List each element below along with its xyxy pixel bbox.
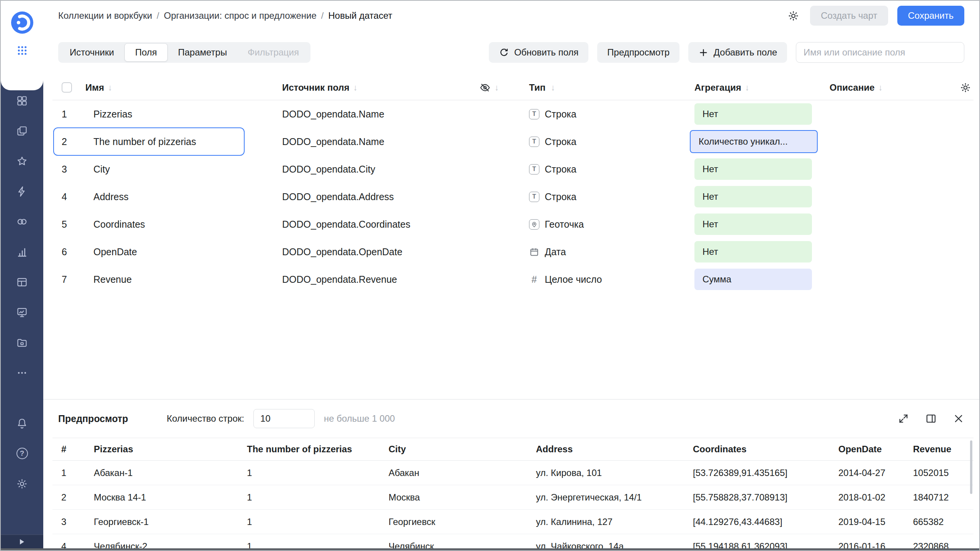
- field-row: 6 OpenDate DODO_opendata.OpenDate Дата Н…: [52, 238, 973, 266]
- sidebar-expand-button[interactable]: [1, 535, 43, 548]
- refresh-icon: [499, 47, 509, 58]
- breadcrumb-separator: /: [321, 10, 324, 21]
- dashboards-monitor-icon[interactable]: [13, 303, 31, 321]
- field-type[interactable]: TСтрока: [521, 109, 690, 120]
- aggregation-select[interactable]: Нет: [694, 158, 812, 180]
- sort-icon[interactable]: ↓: [879, 83, 883, 93]
- dataset-tabs: Источники Поля Параметры Фильтрация: [58, 42, 310, 63]
- toolbar: Источники Поля Параметры Фильтрация Обно…: [43, 42, 979, 63]
- notifications-bell-icon[interactable]: [13, 414, 31, 432]
- aggregation-select[interactable]: Сумма: [694, 269, 812, 290]
- sort-icon[interactable]: ↓: [108, 83, 112, 93]
- column-header-source[interactable]: Источник поля↓: [278, 82, 475, 93]
- tab-parameters[interactable]: Параметры: [168, 43, 237, 62]
- preview-scrollbar[interactable]: [970, 440, 972, 494]
- preview-button[interactable]: Предпросмотр: [597, 42, 679, 63]
- field-type[interactable]: TСтрока: [521, 136, 690, 147]
- column-header-type[interactable]: Тип↓: [521, 82, 690, 93]
- row-number: 2: [52, 136, 83, 147]
- breadcrumb-workbook[interactable]: Организации: спрос и предложение: [164, 10, 317, 21]
- sort-icon[interactable]: ↓: [551, 83, 555, 93]
- sort-icon[interactable]: ↓: [495, 83, 499, 93]
- field-row: 7 Revenue DODO_opendata.Revenue #Целое ч…: [52, 266, 973, 293]
- field-source: DODO_opendata.OpenDate: [278, 246, 475, 258]
- preview-row: 1 Абакан-1 1 Абакан ул. Кирова, 101 [53.…: [52, 461, 973, 485]
- field-type[interactable]: Дата: [521, 246, 690, 258]
- field-name[interactable]: Revenue: [83, 274, 278, 285]
- column-header-hidden[interactable]: ↓: [475, 82, 521, 93]
- field-name-input[interactable]: The number of pizzerias: [83, 136, 278, 147]
- col-address: Address: [527, 444, 684, 455]
- save-button[interactable]: Сохранить: [897, 6, 964, 26]
- column-header-description[interactable]: Описание↓: [820, 82, 946, 93]
- aggregation-select[interactable]: Нет: [694, 241, 812, 262]
- apps-grid-icon[interactable]: [15, 43, 30, 58]
- aggregation-select[interactable]: Нет: [694, 214, 812, 235]
- connections-lightning-icon[interactable]: [13, 182, 31, 201]
- split-view-button[interactable]: [925, 413, 937, 424]
- sort-icon[interactable]: ↓: [745, 83, 749, 93]
- date-type-icon: [529, 247, 539, 257]
- table-settings-gear-icon[interactable]: [960, 82, 971, 93]
- field-type[interactable]: TСтрока: [521, 191, 690, 202]
- add-field-button[interactable]: Добавить поле: [688, 42, 787, 63]
- datalens-logo[interactable]: [11, 11, 33, 34]
- collections-icon[interactable]: [13, 91, 31, 110]
- tables-icon[interactable]: [13, 273, 31, 291]
- integer-type-icon: #: [529, 274, 539, 285]
- side-panel-icon: [925, 413, 937, 424]
- string-type-icon: T: [529, 109, 539, 119]
- aggregation-select[interactable]: Нет: [694, 186, 812, 207]
- tab-fields[interactable]: Поля: [124, 43, 168, 62]
- more-ellipsis-icon[interactable]: [13, 364, 31, 382]
- aggregation-select-selected[interactable]: Количество уникал...: [690, 130, 818, 153]
- field-name[interactable]: Address: [83, 191, 278, 202]
- row-count-input[interactable]: [253, 409, 315, 428]
- aggregation-select[interactable]: Нет: [694, 103, 812, 125]
- field-name[interactable]: City: [83, 164, 278, 175]
- column-header-aggregation[interactable]: Агрегация↓: [690, 82, 820, 93]
- help-icon[interactable]: ?: [13, 444, 31, 463]
- field-type[interactable]: #Целое число: [521, 274, 690, 285]
- favorites-star-icon[interactable]: [13, 152, 31, 170]
- column-header-name[interactable]: Имя↓: [83, 82, 278, 93]
- close-preview-button[interactable]: [953, 413, 964, 424]
- row-count-label: Количество строк:: [167, 413, 244, 424]
- sidebar-nav: [1, 90, 43, 382]
- fields-table: Имя↓ Источник поля↓ ↓ Тип↓ Агрегация↓ Оп…: [52, 75, 973, 293]
- select-all-checkbox[interactable]: [62, 82, 72, 93]
- tab-filtering[interactable]: Фильтрация: [237, 43, 309, 62]
- field-row-selected: 2 The number of pizzerias DODO_opendata.…: [52, 128, 973, 155]
- field-name[interactable]: Coordinates: [83, 219, 278, 230]
- preview-title: Предпросмотр: [58, 413, 128, 424]
- col-pizzerias: Pizzerias: [85, 444, 238, 455]
- datasets-rings-icon[interactable]: [13, 212, 31, 231]
- refresh-fields-button[interactable]: Обновить поля: [489, 42, 588, 63]
- field-name[interactable]: Pizzerias: [83, 109, 278, 120]
- workbooks-icon[interactable]: [13, 122, 31, 140]
- sort-icon[interactable]: ↓: [353, 83, 358, 93]
- charts-icon[interactable]: [13, 243, 31, 261]
- settings-gear-icon[interactable]: [13, 474, 31, 493]
- field-row: 4 Address DODO_opendata.Address TСтрока …: [52, 183, 973, 210]
- preview-table-header: # Pizzerias The number of pizzerias City…: [52, 438, 973, 461]
- string-type-icon: T: [529, 192, 539, 202]
- field-type[interactable]: Геоточка: [521, 219, 690, 230]
- tab-sources[interactable]: Источники: [59, 43, 124, 62]
- window-bottom-edge: [1, 548, 979, 550]
- col-city: City: [380, 444, 527, 455]
- breadcrumb-collections[interactable]: Коллекции и воркбуки: [58, 10, 152, 21]
- col-revenue: Revenue: [904, 444, 973, 455]
- storage-folder-icon[interactable]: [13, 333, 31, 352]
- dataset-settings-gear-icon[interactable]: [786, 8, 801, 23]
- field-source: DODO_opendata.Address: [278, 191, 475, 202]
- fullscreen-button[interactable]: [898, 413, 909, 424]
- string-type-icon: T: [529, 164, 539, 174]
- logo-block: [1, 1, 43, 90]
- field-type[interactable]: TСтрока: [521, 164, 690, 175]
- row-number: 4: [52, 191, 83, 202]
- field-name[interactable]: OpenDate: [83, 246, 278, 258]
- geopoint-type-icon: [529, 219, 539, 230]
- create-chart-button[interactable]: Создать чарт: [810, 6, 888, 26]
- field-search-input[interactable]: [796, 42, 964, 63]
